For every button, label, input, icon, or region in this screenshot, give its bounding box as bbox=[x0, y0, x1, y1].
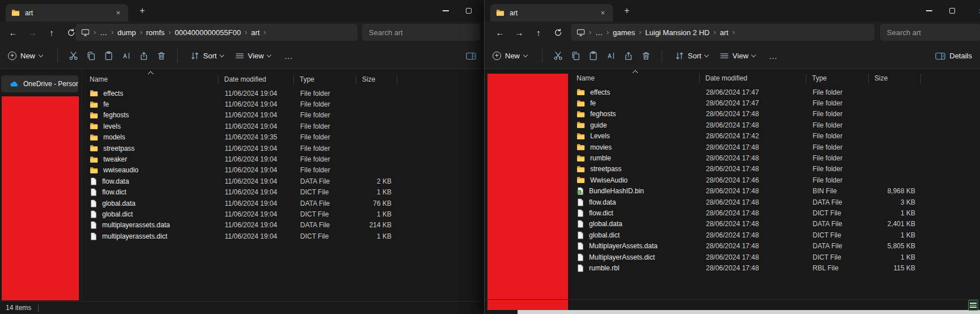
share-icon[interactable] bbox=[139, 51, 149, 61]
maximize-button[interactable] bbox=[949, 8, 955, 14]
column-header-name[interactable]: Name bbox=[84, 75, 218, 84]
column-header-size[interactable]: Size bbox=[869, 74, 921, 83]
paste-icon[interactable] bbox=[588, 51, 598, 61]
file-row[interactable]: tweaker11/06/2024 19:04File folder bbox=[84, 154, 397, 164]
file-row[interactable]: guide28/06/2024 17:48File folder bbox=[571, 120, 921, 130]
delete-icon[interactable] bbox=[157, 51, 166, 61]
breadcrumb-titleid[interactable]: 0004000000055F00 bbox=[175, 28, 241, 37]
breadcrumb-art[interactable]: art bbox=[720, 28, 728, 37]
breadcrumb-ellipsis[interactable]: … bbox=[100, 28, 107, 37]
column-header-type[interactable]: Type bbox=[806, 74, 869, 83]
details-label: Details bbox=[949, 52, 972, 60]
paste-icon[interactable] bbox=[104, 51, 113, 61]
new-button[interactable]: + New bbox=[493, 52, 527, 60]
rename-icon[interactable] bbox=[606, 51, 616, 61]
new-tab-button[interactable]: + bbox=[621, 5, 633, 16]
file-row[interactable]: flow.data11/06/2024 19:04DATA File2 KB bbox=[84, 176, 397, 186]
minimize-button[interactable] bbox=[926, 10, 932, 11]
up-button[interactable]: ↑ bbox=[44, 26, 59, 39]
file-row[interactable]: streetpass28/06/2024 17:48File folder bbox=[571, 164, 921, 175]
file-row[interactable]: global.dict28/06/2024 17:48DICT File1 KB bbox=[571, 230, 921, 240]
view-button[interactable]: View bbox=[720, 51, 755, 61]
tray-list-icon[interactable] bbox=[968, 300, 978, 311]
breadcrumb-romfs[interactable]: romfs bbox=[146, 28, 165, 37]
file-row[interactable]: feghosts28/06/2024 17:48File folder bbox=[571, 109, 921, 120]
cut-icon[interactable] bbox=[553, 51, 563, 61]
tab-close-icon[interactable]: × bbox=[113, 8, 123, 18]
file-row[interactable]: fe11/06/2024 19:04File folder bbox=[84, 99, 397, 109]
new-tab-button[interactable]: + bbox=[136, 5, 148, 16]
file-row[interactable]: movies28/06/2024 17:48File folder bbox=[571, 142, 921, 152]
file-row[interactable]: global.data28/06/2024 17:48DATA File2,40… bbox=[571, 219, 921, 230]
forward-button[interactable]: → bbox=[25, 26, 40, 39]
breadcrumb-luigi-mansion[interactable]: Luigi Mansion 2 HD bbox=[645, 28, 709, 37]
file-row[interactable]: rumble28/06/2024 17:48File folder bbox=[571, 152, 921, 163]
address-bar[interactable]: › … › games › Luigi Mansion 2 HD › art › bbox=[571, 24, 874, 41]
view-button[interactable]: View bbox=[235, 51, 271, 61]
column-header-size[interactable]: Size bbox=[356, 75, 397, 84]
file-row[interactable]: flow.dict11/06/2024 19:04DICT File1 KB bbox=[84, 187, 397, 198]
file-row[interactable]: effects11/06/2024 19:04File folder bbox=[84, 88, 397, 99]
rename-icon[interactable] bbox=[121, 51, 131, 61]
type-cell: DICT File bbox=[294, 232, 356, 240]
file-row[interactable]: MultiplayerAssets.dict28/06/2024 17:48DI… bbox=[571, 252, 921, 262]
file-row[interactable]: levels11/06/2024 19:04File folder bbox=[84, 121, 397, 131]
file-name-cell: levels bbox=[84, 122, 218, 130]
tab-art-right[interactable]: art × bbox=[490, 4, 613, 22]
file-row[interactable]: wwiseaudio11/06/2024 19:04File folder bbox=[84, 165, 397, 176]
details-pane-toggle[interactable]: Details bbox=[935, 52, 980, 61]
file-row[interactable]: Levels28/06/2024 17:42File folder bbox=[571, 131, 921, 142]
file-row[interactable]: flow.data28/06/2024 17:48DATA File3 KB bbox=[571, 197, 921, 207]
file-row[interactable]: rumble.rbl28/06/2024 17:48RBL File115 KB bbox=[571, 262, 921, 273]
date-modified-cell: 28/06/2024 17:48 bbox=[700, 154, 806, 162]
see-more-icon[interactable]: … bbox=[284, 51, 293, 61]
see-more-icon[interactable]: … bbox=[769, 51, 778, 61]
file-row[interactable]: feghosts11/06/2024 19:04File folder bbox=[84, 110, 397, 121]
sidebar-item-onedrive[interactable]: OneDrive - Person bbox=[1, 75, 78, 92]
back-button[interactable]: ← bbox=[493, 26, 507, 39]
file-row[interactable]: multiplayerassets.dict11/06/2024 19:04DI… bbox=[84, 231, 397, 241]
tab-art-left[interactable]: art × bbox=[6, 4, 128, 22]
file-row[interactable]: MultiplayerAssets.data28/06/2024 17:48DA… bbox=[571, 240, 921, 251]
search-input[interactable]: Search art bbox=[362, 24, 480, 41]
column-header-type[interactable]: Type bbox=[294, 75, 356, 84]
address-bar[interactable]: › … › dump › romfs › 0004000000055F00 › … bbox=[75, 24, 357, 41]
share-icon[interactable] bbox=[624, 51, 633, 61]
view-label: View bbox=[733, 52, 748, 60]
chevron-icon: › bbox=[169, 28, 171, 36]
file-row[interactable]: flow.dict28/06/2024 17:48DICT File1 KB bbox=[571, 207, 921, 218]
delete-icon[interactable] bbox=[641, 51, 651, 61]
up-button[interactable]: ↑ bbox=[531, 26, 546, 39]
copy-icon[interactable] bbox=[86, 51, 96, 61]
file-row[interactable]: global.data11/06/2024 19:04DATA File76 K… bbox=[84, 198, 397, 209]
breadcrumb-ellipsis[interactable]: … bbox=[595, 28, 603, 37]
file-row[interactable]: global.dict11/06/2024 19:04DICT File1 KB bbox=[84, 209, 397, 219]
back-button[interactable]: ← bbox=[6, 26, 20, 39]
maximize-button[interactable] bbox=[466, 8, 472, 14]
file-name-cell: rumble bbox=[571, 154, 700, 163]
file-row[interactable]: WwiseAudio28/06/2024 17:46File folder bbox=[571, 175, 921, 185]
sort-button[interactable]: Sort bbox=[190, 51, 224, 61]
column-header-date[interactable]: Date modified bbox=[700, 74, 806, 83]
forward-button[interactable]: → bbox=[512, 26, 527, 39]
tab-close-icon[interactable]: × bbox=[598, 8, 607, 18]
file-row[interactable]: BundleHashID.bin28/06/2024 17:48BIN File… bbox=[571, 186, 921, 197]
file-row[interactable]: streetpass11/06/2024 19:04File folder bbox=[84, 143, 397, 154]
column-header-date[interactable]: Date modified bbox=[218, 75, 294, 84]
minimize-button[interactable] bbox=[443, 10, 449, 11]
file-row[interactable]: models11/06/2024 19:35File folder bbox=[84, 132, 397, 143]
copy-icon[interactable] bbox=[571, 51, 581, 61]
breadcrumb-dump[interactable]: dump bbox=[117, 28, 136, 37]
file-row[interactable]: multiplayerassets.data11/06/2024 19:04DA… bbox=[84, 220, 397, 231]
column-header-name[interactable]: Name bbox=[571, 74, 700, 83]
file-row[interactable]: fe28/06/2024 17:47File folder bbox=[571, 97, 921, 108]
sort-button[interactable]: Sort bbox=[675, 51, 708, 61]
breadcrumb-art[interactable]: art bbox=[251, 28, 259, 37]
search-input[interactable]: Search art bbox=[880, 24, 980, 41]
refresh-button[interactable] bbox=[550, 26, 565, 39]
new-button[interactable]: + New bbox=[8, 52, 43, 60]
breadcrumb-games[interactable]: games bbox=[613, 28, 635, 37]
details-pane-toggle[interactable] bbox=[466, 52, 484, 61]
cut-icon[interactable] bbox=[69, 51, 78, 61]
file-row[interactable]: effects28/06/2024 17:47File folder bbox=[571, 87, 921, 97]
